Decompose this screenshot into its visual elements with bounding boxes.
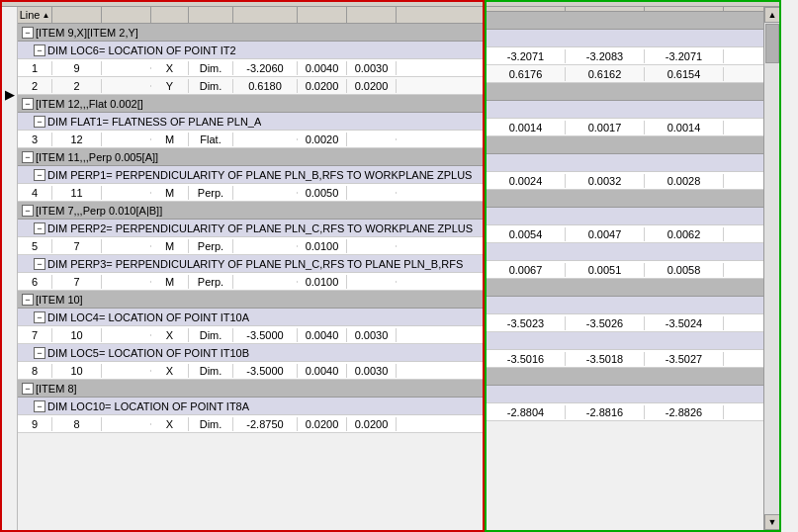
th-file2[interactable] [566,7,645,11]
dim-row[interactable]: −DIM LOC4= LOCATION OF POINT IT10A [18,309,483,326]
collapse-icon[interactable]: − [22,383,34,395]
dim-row[interactable]: −DIM PERP1= PERPENDICULARITY OF PLANE PL… [18,166,483,184]
collapse-icon[interactable]: − [22,294,34,306]
table-cell: -3.5000 [233,328,298,342]
table-row[interactable]: 57MPerp.0.0100 [18,237,483,255]
left-table-body[interactable]: −[ITEM 9,X][ITEM 2,Y]−DIM LOC6= LOCATION… [18,24,483,530]
dim-row[interactable]: −DIM LOC6= LOCATION OF POINT IT2 [18,42,483,59]
table-cell [347,138,397,140]
dim-label: DIM LOC4= LOCATION OF POINT IT10A [47,311,249,323]
table-cell: 10 [52,328,102,342]
right-table-body[interactable]: -3.2071-3.2083-3.20710.61760.61620.61540… [487,12,763,530]
table-cell: -2.8750 [233,417,298,431]
th-tol-pos[interactable] [298,7,347,23]
right-dim-spacer [487,243,763,261]
group-row[interactable]: −[ITEM 7,,,Perp 0.010[A|B]] [18,202,483,220]
right-data-row[interactable]: 0.00540.00470.0062 [487,225,763,243]
table-row[interactable]: 710XDim.-3.50000.00400.0030 [18,326,483,344]
table-cell: -3.5000 [233,364,298,378]
th-item[interactable] [102,7,151,23]
table-row[interactable]: 67MPerp.0.0100 [18,273,483,291]
table-cell: M [151,186,189,200]
th-char[interactable] [52,7,102,23]
table-cell: Dim. [189,417,233,431]
group-row[interactable]: −[ITEM 12,,,Flat 0.002[] [18,95,483,113]
collapse-icon[interactable]: − [22,98,34,110]
table-cell [233,281,298,283]
table-cell: 4 [18,186,52,200]
collapse-icon[interactable]: − [34,311,45,323]
dim-row[interactable]: −DIM LOC10= LOCATION OF POINT IT8A [18,398,483,415]
dim-row[interactable]: −DIM FLAT1= FLATNESS OF PLANE PLN_A [18,113,483,131]
collapse-icon[interactable]: − [22,27,34,39]
right-data-row[interactable]: 0.00670.00510.0058 [487,261,763,279]
table-cell: X [151,328,189,342]
right-table-cell: 0.6176 [487,67,566,81]
right-table-cell: 0.0032 [566,174,645,188]
table-cell: 7 [52,239,102,253]
collapse-icon[interactable]: − [34,222,45,234]
dim-row[interactable]: −DIM PERP2= PERPENDICULARITY OF PLANE PL… [18,220,483,237]
right-data-row[interactable]: 0.61760.61620.6154 [487,65,763,83]
right-data-row[interactable]: -2.8804-2.8816-2.8826 [487,403,763,421]
th-axis[interactable] [151,7,189,23]
collapse-icon[interactable]: − [34,44,45,56]
table-cell: 1 [18,61,52,75]
table-cell: 8 [52,417,102,431]
collapse-icon[interactable]: − [22,151,34,163]
collapse-icon[interactable]: − [34,169,45,181]
table-cell: 0.0040 [298,61,347,75]
dim-label: DIM LOC6= LOCATION OF POINT IT2 [47,44,236,56]
group-row[interactable]: −[ITEM 10] [18,291,483,309]
table-cell: Dim. [189,328,233,342]
right-group-spacer [487,136,763,154]
collapse-icon[interactable]: − [34,258,45,270]
right-group-spacer [487,279,763,297]
right-data-row[interactable]: 0.00140.00170.0014 [487,119,763,136]
collapse-icon[interactable]: − [34,347,45,359]
table-row[interactable]: 22YDim.0.61800.02000.0200 [18,77,483,95]
table-row[interactable]: 810XDim.-3.50000.00400.0030 [18,362,483,380]
table-cell [102,192,151,194]
table-row[interactable]: 312MFlat.0.0020 [18,131,483,148]
right-table-cell: 0.0054 [487,227,566,241]
th-nominal[interactable] [233,7,298,23]
th-file3[interactable] [645,7,724,11]
group-row[interactable]: −[ITEM 11,,,Perp 0.005[A]] [18,148,483,166]
arrow-indicator[interactable]: ▶ [5,88,14,102]
group-label: [ITEM 7,,,Perp 0.010[A|B]] [36,205,162,217]
right-table-cell: -3.5024 [645,316,724,330]
scroll-track[interactable] [764,23,779,514]
table-row[interactable]: 19XDim.-3.20600.00400.0030 [18,59,483,77]
right-table-cell: 0.0058 [645,263,724,277]
table-row[interactable]: 98XDim.-2.87500.02000.0200 [18,415,483,433]
table-row[interactable]: 411MPerp.0.0050 [18,184,483,202]
th-type[interactable] [189,7,233,23]
right-data-row[interactable]: -3.2071-3.2083-3.2071 [487,47,763,65]
collapse-icon[interactable]: − [34,400,45,412]
table-cell: Flat. [189,133,233,146]
scroll-up-btn[interactable]: ▲ [764,7,779,23]
table-cell: Perp. [189,239,233,253]
group-row[interactable]: −[ITEM 8] [18,380,483,398]
vertical-scrollbar[interactable]: ▲ ▼ [763,7,779,530]
scroll-thumb[interactable] [765,24,779,63]
dim-row[interactable]: −DIM PERP3= PERPENDICULARITY OF PLANE PL… [18,255,483,273]
table-cell: 0.0040 [298,364,347,378]
right-dim-spacer [487,101,763,119]
right-data-row[interactable]: -3.5016-3.5018-3.5027 [487,350,763,368]
collapse-icon[interactable]: − [34,116,45,128]
th-tol-neg[interactable] [347,7,397,23]
right-data-row[interactable]: 0.00240.00320.0028 [487,172,763,190]
group-label: [ITEM 12,,,Flat 0.002[] [36,98,143,110]
dim-row[interactable]: −DIM LOC5= LOCATION OF POINT IT10B [18,344,483,362]
dim-label: DIM PERP3= PERPENDICULARITY OF PLANE PLN… [47,258,463,270]
th-file1[interactable] [487,7,566,11]
scroll-down-btn[interactable]: ▼ [764,514,779,530]
right-data-row[interactable]: -3.5023-3.5026-3.5024 [487,314,763,332]
group-label: [ITEM 8] [36,383,77,395]
th-line[interactable]: Line ▲ [18,7,52,23]
collapse-icon[interactable]: − [22,205,34,217]
group-row[interactable]: −[ITEM 9,X][ITEM 2,Y] [18,24,483,42]
table-cell: 0.0200 [347,417,397,431]
